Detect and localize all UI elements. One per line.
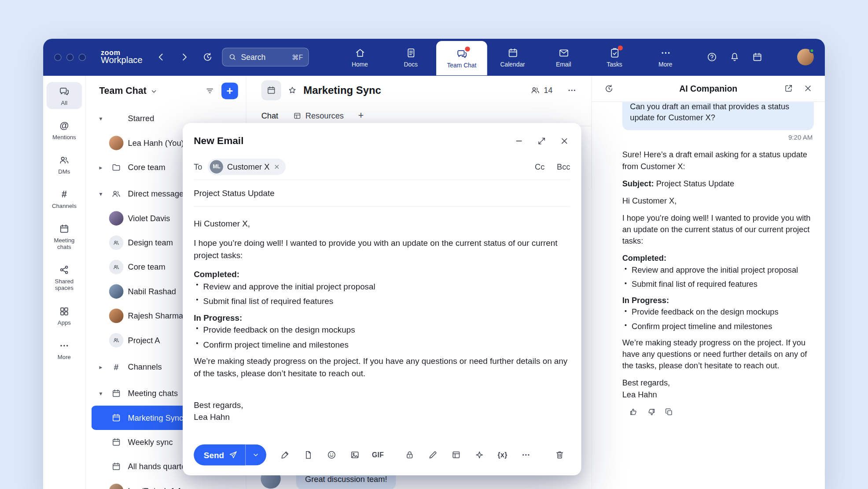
rail-item-more[interactable]: More [47, 336, 82, 363]
ai-greeting: Hi Customer X, [622, 195, 814, 206]
gif-icon: GIF [372, 451, 384, 459]
ai-companion-panel: AI Companion Can you draft an email that… [591, 75, 825, 489]
more-icon [521, 450, 531, 460]
plus-icon: + [227, 85, 233, 96]
send-options-button[interactable] [245, 445, 266, 466]
edit-button[interactable] [423, 445, 442, 465]
discard-button[interactable] [550, 445, 570, 465]
send-button[interactable]: Send [194, 445, 245, 466]
file-icon [303, 450, 313, 460]
top-bar: zoom Workplace Search ⌘F Home Docs [43, 39, 825, 75]
copy-button[interactable] [664, 407, 673, 416]
list-item: Provide feedback on the design mockups [622, 306, 814, 318]
group-icon [112, 263, 120, 271]
recipient-name: Customer X [227, 162, 269, 171]
insert-image-button[interactable] [345, 445, 364, 465]
nav-more[interactable]: More [640, 39, 691, 75]
chat-item-lea-rajesh-1-1[interactable]: Lea/Rajesh 1:1 [92, 479, 240, 489]
nav-tasks[interactable]: Tasks [589, 39, 640, 75]
calendar-icon [111, 413, 121, 423]
encrypt-button[interactable] [400, 445, 419, 465]
ai-popout-button[interactable] [784, 84, 793, 93]
to-field[interactable]: To ML Customer X Cc Bcc [194, 153, 570, 180]
add-tab-button[interactable]: + [358, 110, 364, 121]
window-zoom-button[interactable] [79, 53, 86, 60]
minimize-button[interactable] [514, 136, 523, 145]
window-minimize-button[interactable] [66, 53, 74, 60]
bell-icon [729, 52, 740, 63]
code-variable-icon: {x} [498, 451, 508, 459]
lock-icon [405, 450, 415, 460]
caret-down-icon: ▾ [97, 390, 105, 397]
subject-input[interactable]: Project Status Update [194, 189, 275, 198]
calendar-icon [111, 389, 121, 399]
variables-button[interactable]: {x} [493, 445, 512, 465]
group-avatar [109, 260, 124, 274]
history-button[interactable] [201, 50, 214, 63]
hash-icon: # [62, 189, 67, 200]
rail-apps-label: Apps [58, 319, 71, 326]
sidebar-title[interactable]: Team Chat [99, 85, 147, 96]
back-button[interactable] [154, 50, 168, 63]
signature-button[interactable] [275, 445, 295, 465]
nav-docs[interactable]: Docs [385, 39, 436, 75]
emoji-button[interactable] [321, 445, 341, 465]
channel-more-button[interactable] [567, 85, 577, 96]
thumbs-down-button[interactable] [647, 407, 656, 416]
rail-more-label: More [58, 353, 71, 360]
resources-icon [293, 111, 302, 120]
minimize-icon [514, 136, 523, 145]
more-options-button[interactable] [516, 445, 536, 465]
forward-button[interactable] [178, 50, 191, 63]
remove-recipient-button[interactable] [273, 163, 280, 170]
thumbs-up-button[interactable] [629, 407, 638, 416]
help-button[interactable] [706, 52, 717, 63]
members-button[interactable]: 14 [530, 85, 552, 96]
subject-field[interactable]: Project Status Update [194, 180, 570, 207]
rail-item-channels[interactable]: # Channels [47, 185, 82, 212]
nav-home[interactable]: Home [335, 39, 386, 75]
nav-email[interactable]: Email [538, 39, 589, 75]
nav-calendar[interactable]: Calendar [487, 39, 538, 75]
rail-item-shared-spaces[interactable]: Shared spaces [47, 261, 82, 295]
close-button[interactable] [560, 136, 569, 145]
filter-button[interactable] [205, 86, 215, 96]
rail-item-meeting-chats[interactable]: Meeting chats [47, 219, 82, 253]
ai-response: Sure! Here’s a draft email asking for a … [607, 149, 814, 417]
chevron-left-icon [156, 52, 167, 63]
channel-title: Marketing Sync [303, 84, 381, 96]
nav-team-chat[interactable]: Team Chat [436, 41, 487, 75]
search-input[interactable]: Search ⌘F [222, 48, 309, 67]
cc-button[interactable]: Cc [535, 162, 544, 171]
email-body-editor[interactable]: Hi Customer X, I hope you’re doing well!… [183, 207, 581, 437]
schedule-button[interactable] [752, 52, 763, 63]
star-icon [287, 85, 298, 96]
hash-icon: # [109, 362, 124, 371]
recipient-chip[interactable]: ML Customer X [208, 158, 286, 175]
people-icon [59, 155, 70, 166]
gif-button[interactable]: GIF [368, 445, 388, 465]
ai-close-button[interactable] [803, 84, 813, 93]
bcc-button[interactable]: Bcc [557, 162, 570, 171]
expand-button[interactable] [537, 136, 546, 145]
rail-item-dms[interactable]: DMs [47, 151, 82, 178]
notifications-button[interactable] [729, 52, 740, 63]
chevron-down-icon[interactable] [150, 88, 158, 96]
thumbs-up-icon [629, 407, 638, 416]
star-channel-button[interactable] [287, 85, 298, 96]
ai-companion-button[interactable] [775, 52, 786, 63]
template-button[interactable] [446, 445, 466, 465]
apps-icon [59, 306, 70, 317]
ai-compose-button[interactable] [469, 445, 489, 465]
ai-history-button[interactable] [604, 83, 614, 93]
window-close-button[interactable] [54, 53, 61, 60]
rail-item-all[interactable]: All [47, 82, 82, 109]
attach-file-button[interactable] [298, 445, 318, 465]
rail-item-apps[interactable]: Apps [47, 302, 82, 329]
new-chat-button[interactable]: + [221, 82, 238, 99]
at-icon: @ [59, 120, 69, 131]
user-avatar[interactable] [797, 49, 814, 66]
more-icon [567, 85, 577, 96]
nav-home-label: Home [352, 61, 368, 67]
rail-item-mentions[interactable]: @ Mentions [47, 116, 82, 144]
